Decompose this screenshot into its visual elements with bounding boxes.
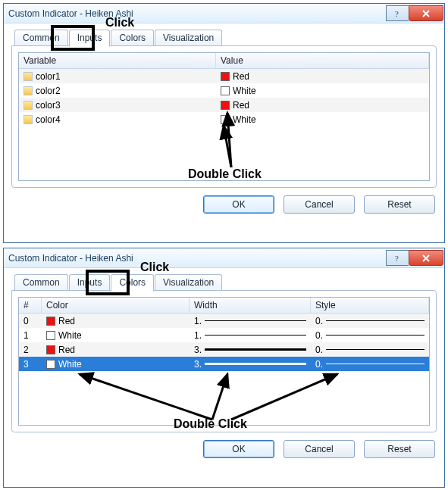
style-preview [326, 335, 425, 336]
color-swatch [46, 331, 55, 340]
color-name: White [233, 86, 256, 96]
reset-button[interactable]: Reset [364, 440, 435, 458]
header-idx: # [19, 298, 42, 313]
tab-common[interactable]: Common [14, 274, 68, 291]
var-name: color2 [36, 86, 61, 96]
header-color: Color [42, 298, 190, 313]
tab-row: Common Inputs Colors Visualization [14, 274, 437, 291]
tab-visualization[interactable]: Visualization [155, 30, 222, 46]
color-swatch [221, 115, 230, 124]
var-name: color1 [36, 71, 61, 82]
row-idx: 3 [23, 359, 29, 370]
inputs-dialog: Custom Indicator - Heiken Ashi ? Click C… [3, 3, 445, 243]
ok-button[interactable]: OK [203, 440, 274, 458]
grid-row[interactable]: color4 White [19, 112, 429, 126]
color-name: White [58, 359, 82, 370]
width-val: 1. [194, 316, 202, 326]
width-preview [205, 348, 306, 351]
header-variable: Variable [19, 53, 216, 68]
color-name: Red [233, 100, 249, 111]
style-preview [326, 349, 425, 350]
header-style: Style [311, 298, 429, 313]
grid-row[interactable]: 2 Red 3. 0. [19, 342, 429, 357]
header-width: Width [190, 298, 311, 313]
color-name: Red [58, 345, 75, 355]
tab-colors[interactable]: Colors [111, 274, 154, 292]
style-val: 0. [315, 345, 323, 355]
variable-icon [23, 72, 33, 81]
variable-icon [23, 86, 33, 95]
variable-icon [23, 101, 33, 110]
tab-panel: Variable Value color1 Red color2 White c… [11, 45, 437, 188]
dialog-body: Click Common Inputs Colors Visualization… [4, 23, 444, 221]
tab-common[interactable]: Common [14, 30, 68, 46]
grid-row[interactable]: 1 White 1. 0. [19, 328, 429, 342]
window-title: Custom Indicator - Heiken Ashi [8, 8, 133, 19]
style-preview [326, 320, 425, 321]
style-preview [326, 364, 425, 364]
width-val: 3. [194, 359, 202, 370]
tab-row: Common Inputs Colors Visualization [14, 30, 437, 46]
tab-panel: # Color Width Style 0 Red 1. 0. 1 [11, 290, 437, 432]
row-idx: 2 [23, 345, 29, 355]
color-swatch [221, 72, 230, 81]
window-title: Custom Indicator - Heiken Ashi [8, 253, 133, 264]
cancel-button[interactable]: Cancel [284, 195, 355, 214]
ok-button[interactable]: OK [203, 195, 274, 214]
width-preview [205, 363, 306, 365]
tab-visualization[interactable]: Visualization [155, 274, 222, 291]
style-val: 0. [315, 330, 323, 341]
grid-row[interactable]: color3 Red [19, 98, 429, 112]
grid-row-selected[interactable]: 3 White 3. 0. [19, 357, 429, 371]
grid-row[interactable]: 0 Red 1. 0. [19, 314, 429, 328]
close-button[interactable] [409, 250, 443, 266]
color-name: Red [233, 71, 249, 82]
width-preview [205, 320, 306, 321]
grid-header: Variable Value [19, 53, 429, 69]
grid-row[interactable]: color1 Red [19, 69, 429, 83]
style-val: 0. [315, 316, 323, 326]
var-name: color3 [36, 100, 61, 111]
grid-body: 0 Red 1. 0. 1 White 1. 0. 2 [19, 314, 429, 371]
row-idx: 1 [23, 330, 29, 341]
color-swatch [46, 345, 55, 354]
titlebar-buttons: ? [386, 250, 443, 266]
color-swatch [221, 101, 230, 110]
button-row: OK Cancel Reset [11, 440, 437, 458]
color-swatch [46, 317, 55, 326]
style-val: 0. [315, 359, 323, 370]
svg-text:?: ? [395, 9, 399, 18]
colors-grid[interactable]: # Color Width Style 0 Red 1. 0. 1 [18, 297, 430, 426]
grid-row[interactable]: color2 White [19, 83, 429, 98]
close-button[interactable] [409, 5, 443, 21]
grid-body: color1 Red color2 White color3 Red color… [19, 69, 429, 126]
button-row: OK Cancel Reset [11, 195, 437, 214]
inputs-grid[interactable]: Variable Value color1 Red color2 White c… [18, 52, 430, 181]
help-button[interactable]: ? [386, 5, 409, 21]
var-name: color4 [36, 114, 61, 125]
row-idx: 0 [23, 316, 29, 326]
color-swatch [46, 360, 55, 369]
tab-inputs[interactable]: Inputs [69, 274, 111, 291]
reset-button[interactable]: Reset [364, 195, 435, 214]
color-name: White [58, 330, 82, 341]
width-val: 3. [194, 345, 202, 355]
tab-inputs[interactable]: Inputs [69, 30, 111, 47]
variable-icon [23, 115, 33, 124]
color-name: Red [58, 316, 75, 326]
colors-dialog: Custom Indicator - Heiken Ashi ? Click C… [3, 248, 445, 488]
grid-header: # Color Width Style [19, 298, 429, 314]
help-button[interactable]: ? [386, 250, 409, 266]
width-val: 1. [194, 330, 202, 341]
cancel-button[interactable]: Cancel [284, 440, 355, 458]
tab-colors[interactable]: Colors [111, 30, 154, 46]
dialog-body: Click Common Inputs Colors Visualization… [4, 268, 444, 466]
svg-text:?: ? [395, 254, 399, 263]
header-value: Value [216, 53, 429, 68]
titlebar: Custom Indicator - Heiken Ashi ? [4, 248, 444, 268]
color-name: White [233, 114, 256, 125]
titlebar: Custom Indicator - Heiken Ashi ? [4, 4, 444, 23]
titlebar-buttons: ? [386, 5, 443, 21]
width-preview [205, 335, 306, 336]
color-swatch [221, 86, 230, 95]
